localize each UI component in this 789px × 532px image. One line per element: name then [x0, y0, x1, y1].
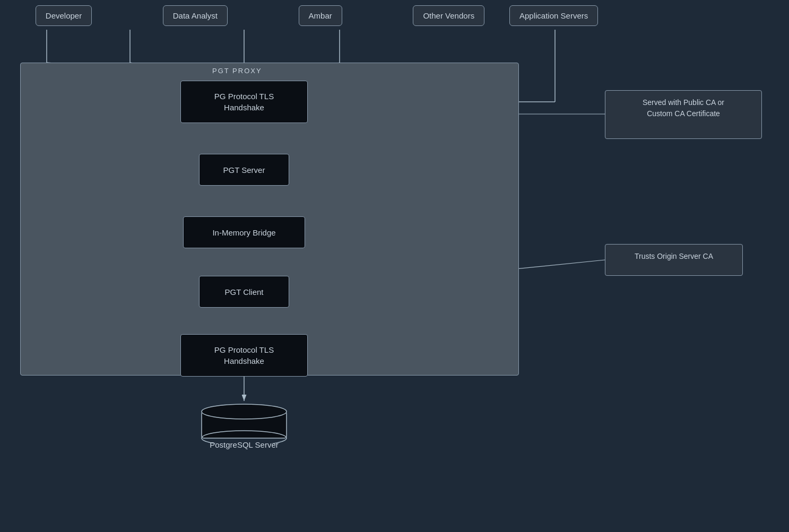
tls-handshake-bottom-box: PG Protocol TLSHandshake: [180, 334, 308, 377]
svg-point-19: [202, 404, 287, 419]
client-other-vendors: Other Vendors: [413, 5, 484, 26]
client-data-analyst: Data Analyst: [163, 5, 228, 26]
in-memory-bridge-box: In-Memory Bridge: [183, 216, 305, 248]
client-developer: Developer: [36, 5, 92, 26]
cert-annotation-box: Served with Public CA orCustom CA Certif…: [605, 90, 762, 139]
postgresql-label: PostgreSQL Server: [196, 440, 292, 449]
postgresql-server-node: PostgreSQL Server: [196, 401, 292, 449]
pgt-server-box: PGT Server: [199, 154, 289, 186]
application-servers-box: Application Servers: [509, 5, 598, 26]
trust-annotation-box: Trusts Origin Server CA: [605, 244, 743, 276]
proxy-title: PGT PROXY: [212, 67, 262, 75]
tls-handshake-top-box: PG Protocol TLSHandshake: [180, 81, 308, 123]
client-ambar: Ambar: [299, 5, 342, 26]
pgt-client-box: PGT Client: [199, 276, 289, 308]
